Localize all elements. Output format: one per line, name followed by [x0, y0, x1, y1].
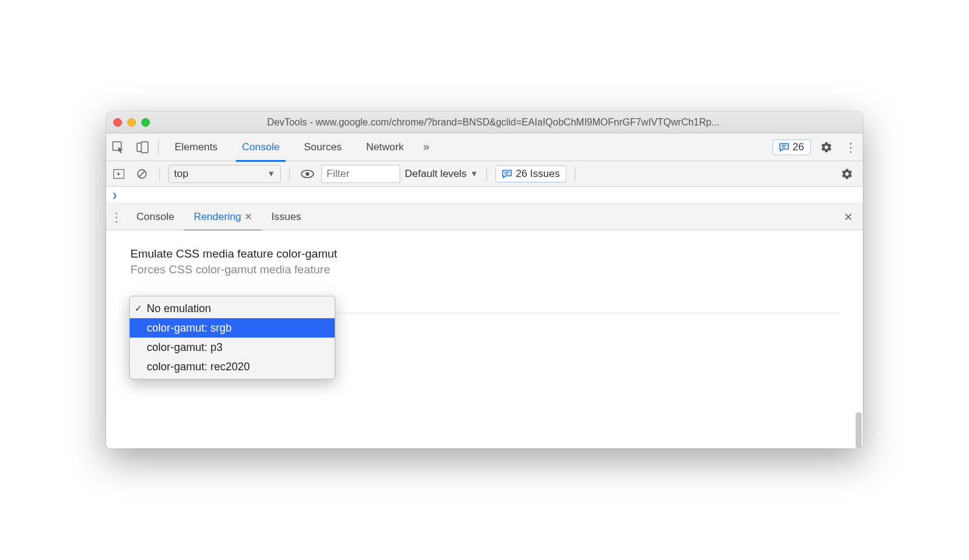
device-toolbar-icon[interactable]	[130, 133, 155, 161]
caret-down-icon: ▼	[471, 169, 478, 178]
main-tab-strip: Elements Console Sources Network » 26 ⋮	[106, 133, 863, 161]
drawer-menu-icon[interactable]: ⋮	[106, 210, 127, 224]
divider	[575, 167, 575, 181]
caret-down-icon: ▼	[267, 169, 275, 178]
close-window-button[interactable]	[113, 118, 122, 127]
more-tabs-button[interactable]: »	[416, 141, 437, 153]
tab-elements[interactable]: Elements	[163, 133, 230, 161]
console-prompt[interactable]: ❯	[106, 187, 863, 204]
drawer-tab-console[interactable]: Console	[127, 203, 184, 231]
drawer-tab-rendering[interactable]: Rendering ×	[184, 203, 261, 231]
svg-rect-2	[141, 142, 148, 153]
close-tab-icon[interactable]: ×	[245, 210, 252, 224]
scrollbar-thumb[interactable]	[856, 412, 862, 448]
drawer-tab-label: Rendering	[193, 211, 241, 223]
console-toolbar: top ▼ Default levels ▼ 26 Issues	[106, 161, 863, 187]
svg-point-9	[306, 172, 309, 176]
color-gamut-dropdown[interactable]: No emulation color-gamut: srgb color-gam…	[129, 296, 335, 379]
titlebar: DevTools - www.google.com/chrome/?brand=…	[106, 112, 863, 133]
settings-icon[interactable]	[814, 133, 839, 161]
window-title: DevTools - www.google.com/chrome/?brand=…	[131, 117, 856, 128]
divider	[159, 167, 160, 181]
section-title: Emulate CSS media feature color-gamut	[130, 247, 839, 261]
tab-sources[interactable]: Sources	[292, 133, 354, 161]
drawer-tab-issues[interactable]: Issues	[262, 203, 311, 231]
console-settings-icon[interactable]	[835, 160, 859, 188]
divider	[158, 140, 159, 155]
message-icon	[779, 143, 789, 152]
issues-label: 26 Issues	[515, 168, 560, 180]
messages-badge[interactable]: 26	[773, 139, 811, 155]
kebab-menu-icon[interactable]: ⋮	[839, 133, 863, 161]
divider	[289, 167, 290, 181]
close-drawer-icon[interactable]: ×	[839, 208, 858, 225]
clear-console-icon[interactable]	[133, 165, 151, 183]
inspect-element-icon[interactable]	[106, 133, 130, 161]
dropdown-option-p3[interactable]: color-gamut: p3	[130, 338, 335, 357]
dropdown-option-srgb[interactable]: color-gamut: srgb	[130, 318, 335, 338]
levels-label: Default levels	[405, 168, 467, 180]
drawer-tab-strip: ⋮ Console Rendering × Issues ×	[106, 204, 863, 230]
dropdown-option-rec2020[interactable]: color-gamut: rec2020	[130, 357, 335, 376]
tab-network[interactable]: Network	[354, 133, 416, 161]
issues-button[interactable]: 26 Issues	[495, 165, 566, 182]
svg-line-7	[139, 171, 145, 177]
section-subtitle: Forces CSS color-gamut media feature	[130, 263, 839, 276]
context-value: top	[174, 168, 189, 180]
prompt-chevron-icon: ❯	[112, 190, 117, 200]
messages-count: 26	[793, 141, 804, 153]
message-icon	[502, 170, 512, 178]
devtools-window: DevTools - www.google.com/chrome/?brand=…	[106, 112, 863, 448]
context-selector[interactable]: top ▼	[169, 165, 281, 183]
tab-console[interactable]: Console	[230, 133, 292, 161]
rendering-pane: Emulate CSS media feature color-gamut Fo…	[106, 230, 863, 448]
divider	[486, 167, 487, 181]
dropdown-option-no-emulation[interactable]: No emulation	[130, 299, 335, 318]
live-expression-icon[interactable]	[298, 165, 317, 183]
sidebar-toggle-icon[interactable]	[110, 165, 128, 183]
filter-input[interactable]	[321, 165, 400, 183]
log-levels-selector[interactable]: Default levels ▼	[405, 168, 478, 180]
